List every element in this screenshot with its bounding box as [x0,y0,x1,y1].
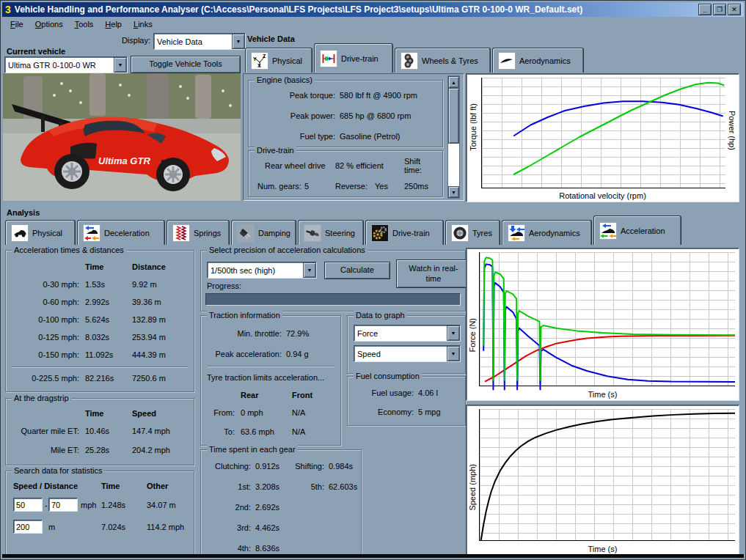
tab-vd-drivetrain[interactable]: Drive-train [314,43,393,73]
scrollbar-thumb[interactable] [448,88,459,144]
dragstrip-row-time: 10.46s [85,427,109,435]
col-header-time: Time [101,482,120,490]
gear-row-value: 62.603s [329,482,357,491]
gear-row-value: 0.912s [255,462,279,471]
scroll-up-icon[interactable]: ▲ [448,76,459,88]
data-to-graph-title: Data to graph [354,311,407,320]
speed-from-input[interactable] [13,498,43,512]
dragstrip-row-label: Quarter mile ET: [6,427,79,435]
speed-range-time: 1.248s [101,501,125,509]
gears-title: Time spent in each gear [207,445,298,454]
search-stats-title: Search data for statistics [12,466,104,475]
photo-caption-svg: Ultima GTR [98,155,150,166]
precision-select[interactable]: 1/500th sec (high) ▼ [207,262,317,279]
accel-row-time: 5.624s [85,315,109,324]
tab-an-deceleration[interactable]: Deceleration [77,220,165,245]
maximize-button[interactable]: ❐ [713,4,726,15]
speed-chart-xlabel: Time (s) [467,545,739,553]
traction-group: Traction information Min. throttle: 72.9… [200,315,341,446]
speed-unit: mph [81,501,96,509]
dragstrip-row-label: Mile ET: [6,446,79,454]
chevron-down-icon[interactable]: ▼ [114,57,127,73]
menu-options[interactable]: Options [30,18,68,30]
svg-text:Y: Y [253,56,257,62]
data-to-graph-group: Data to graph Force ▼ Speed ▼ [347,315,466,374]
speed-to-input[interactable] [48,498,78,512]
chevron-down-icon[interactable]: ▼ [303,262,316,278]
vehicle-data-panel: Engine (basics) Peak torque: 580 lbf ft … [243,73,464,201]
col-header-distance: Distance [132,262,166,271]
col-header-front: Front [292,391,312,399]
series-power [513,83,724,174]
vehicle-data-section-label: Vehicle Data [247,34,295,43]
gear-row-value: 4.462s [255,523,279,532]
force-chart-ylabel: Force (N) [468,318,477,352]
traction-from-front: N/A [292,408,305,417]
range-dash: - [45,501,48,509]
menu-file[interactable]: File [5,18,29,30]
tab-an-aerodynamics[interactable]: Aerodynamics [502,220,592,245]
peak-accel-value: 0.94 g [286,350,309,358]
tab-label: Physical [272,56,302,65]
tab-an-damping[interactable]: Damping [231,220,296,245]
engine-row-label: Peak power: [256,111,335,120]
accel-times-title: Acceleration times & distances [12,246,126,254]
gears-icon [371,224,389,242]
current-vehicle-select[interactable]: Ultima GTR 0-100-0 WR ▼ [4,56,128,73]
tab-vd-wheels-tyres[interactable]: Wheels & Tyres [395,48,491,73]
watch-realtime-button[interactable]: Watch in real-time [396,259,471,288]
accel-row-time: 11.092s [85,350,113,359]
distance-input[interactable] [13,520,43,534]
display-select[interactable]: Vehicle Data ▼ [153,33,246,50]
vehicle-data-scrollbar[interactable]: ▲ ▼ [447,75,460,199]
series-speed [481,413,735,540]
engine-group-title: Engine (basics) [255,75,315,84]
graph2-select[interactable]: Speed ▼ [354,345,461,362]
tab-an-tyres[interactable]: Tyres [445,220,500,245]
toggle-vehicle-tools-button[interactable]: Toggle Vehicle Tools [131,56,241,73]
menu-links[interactable]: Links [128,18,158,30]
col-header-speed-distance: Speed / Distance [13,482,78,490]
chevron-down-icon[interactable]: ▼ [447,325,460,341]
scroll-down-icon[interactable]: ▼ [448,186,459,198]
gear-row-value: 0.984s [329,462,353,471]
axes-icon: YZX [251,52,268,70]
svg-text:X: X [257,63,261,68]
accel-total-distance: 7250.6 m [132,374,166,383]
accel-row-label: 0-150 mph: [6,350,79,359]
fuel-usage-value: 4.06 l [418,388,438,397]
min-throttle-value: 72.9% [286,329,309,338]
chevron-down-icon[interactable]: ▼ [447,346,460,361]
fuel-group: Fuel consumption Fuel usage: 4.06 l Econ… [347,376,466,426]
calculate-button[interactable]: Calculate [324,262,390,279]
fuel-usage-label: Fuel usage: [348,388,414,397]
tab-an-physical[interactable]: Physical [5,220,76,245]
precision-title: Select precision of acceleration calcula… [207,246,367,254]
series-net-force [483,264,735,389]
graph1-select[interactable]: Force ▼ [354,325,461,342]
tab-vd-aerodynamics[interactable]: Aerodynamics [492,48,584,73]
drive-type: Rear wheel drive [265,161,326,170]
tab-an-steering[interactable]: Steering [298,220,364,245]
app-icon: 3 [5,4,11,15]
tab-an-acceleration[interactable]: Acceleration [593,215,681,245]
tab-an-drivetrain[interactable]: Drive-train [365,220,444,245]
minimize-button[interactable]: _ [698,4,712,15]
drivetrain-icon [320,50,337,67]
tab-an-springs[interactable]: Springs [167,220,230,245]
gear-row-label: 4th: [201,544,251,553]
tab-vd-physical[interactable]: YZX Physical [245,48,312,73]
dragstrip-row-time: 25.28s [85,446,109,454]
engine-row-value: 580 lbf ft @ 4900 rpm [340,91,417,100]
close-button[interactable]: ✕ [728,4,741,15]
col-header-speed: Speed [132,409,156,418]
menu-help[interactable]: Help [100,18,127,30]
traction-from-rear: 0 mph [241,408,263,417]
rpm-chart-plot [481,78,725,188]
chevron-down-icon[interactable]: ▼ [232,34,245,49]
steering-rack-icon [304,224,321,242]
traction-to-label: To: [201,427,235,436]
menu-tools[interactable]: Tools [70,18,99,30]
progress-label: Progress: [207,281,241,290]
precision-select-value: 1/500th sec (high) [208,266,303,275]
